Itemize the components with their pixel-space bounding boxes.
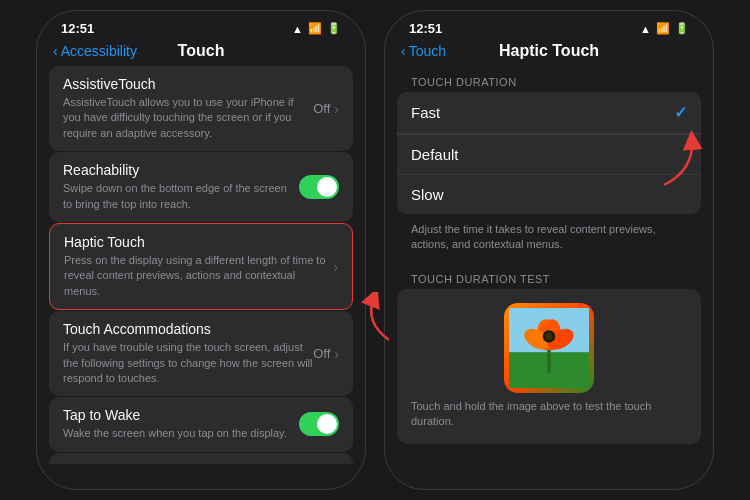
- fast-label: Fast: [411, 104, 440, 121]
- left-nav-title: Touch: [178, 42, 225, 60]
- assistive-touch-label: AssistiveTouch: [63, 76, 313, 92]
- right-phone-wrapper: 12:51 ▲ 📶 🔋 ‹ Touch Haptic Touch TOUCH D…: [384, 10, 714, 490]
- wifi-icon: 📶: [308, 22, 322, 35]
- touch-accommodations-chevron: ›: [334, 346, 339, 362]
- haptic-touch-right: ›: [333, 259, 338, 275]
- shake-to-undo-label: Shake to Undo: [63, 463, 299, 464]
- left-phone-wrapper: 12:51 ▲ 📶 🔋 ‹ Accessibility Touch Assist…: [36, 10, 366, 490]
- left-content: AssistiveTouch AssistiveTouch allows you…: [37, 66, 365, 464]
- haptic-touch-item[interactable]: Haptic Touch Press on the display using …: [49, 223, 353, 310]
- touch-duration-header: TOUCH DURATION: [397, 66, 701, 92]
- touch-accommodations-value: Off: [313, 346, 330, 361]
- left-red-arrow: [354, 292, 394, 342]
- slow-label: Slow: [411, 186, 444, 203]
- touch-accommodations-label: Touch Accommodations: [63, 321, 313, 337]
- tap-to-wake-item[interactable]: Tap to Wake Wake the screen when you tap…: [49, 397, 353, 451]
- right-back-label: Touch: [409, 43, 446, 59]
- right-time: 12:51: [409, 21, 442, 36]
- assistive-touch-inner: AssistiveTouch AssistiveTouch allows you…: [63, 76, 313, 141]
- right-chevron-left-icon: ‹: [401, 43, 406, 59]
- reachability-label: Reachability: [63, 162, 299, 178]
- right-content: TOUCH DURATION Fast ✓ Default Slow Adjus…: [385, 66, 713, 464]
- right-phone: 12:51 ▲ 📶 🔋 ‹ Touch Haptic Touch TOUCH D…: [384, 10, 714, 490]
- haptic-touch-label: Haptic Touch: [64, 234, 333, 250]
- default-label: Default: [411, 146, 459, 163]
- touch-test-container: Touch and hold the image above to test t…: [397, 289, 701, 444]
- right-signal-icon: ▲: [640, 23, 651, 35]
- left-status-icons: ▲ 📶 🔋: [292, 22, 341, 35]
- left-status-bar: 12:51 ▲ 📶 🔋: [37, 11, 365, 40]
- fast-item[interactable]: Fast ✓: [397, 92, 701, 134]
- haptic-touch-chevron: ›: [333, 259, 338, 275]
- left-back-button[interactable]: ‹ Accessibility: [53, 43, 137, 59]
- shake-to-undo-inner: Shake to Undo If you tend to shake your …: [63, 463, 299, 464]
- touch-duration-desc: Adjust the time it takes to reveal conte…: [397, 218, 701, 263]
- signal-icon: ▲: [292, 23, 303, 35]
- flower-svg: [509, 308, 589, 388]
- reachability-item[interactable]: Reachability Swipe down on the bottom ed…: [49, 152, 353, 222]
- reachability-toggle[interactable]: [299, 175, 339, 199]
- right-battery-icon: 🔋: [675, 22, 689, 35]
- assistive-touch-item[interactable]: AssistiveTouch AssistiveTouch allows you…: [49, 66, 353, 151]
- right-nav-bar: ‹ Touch Haptic Touch: [385, 40, 713, 66]
- tap-to-wake-label: Tap to Wake: [63, 407, 299, 423]
- assistive-touch-value: Off: [313, 101, 330, 116]
- shake-to-undo-item[interactable]: Shake to Undo If you tend to shake your …: [49, 453, 353, 464]
- tap-to-wake-inner: Tap to Wake Wake the screen when you tap…: [63, 407, 299, 441]
- haptic-touch-desc: Press on the display using a different l…: [64, 253, 333, 299]
- right-status-bar: 12:51 ▲ 📶 🔋: [385, 11, 713, 40]
- right-back-button[interactable]: ‹ Touch: [401, 43, 446, 59]
- right-status-icons: ▲ 📶 🔋: [640, 22, 689, 35]
- touch-accommodations-desc: If you have trouble using the touch scre…: [63, 340, 313, 386]
- svg-point-9: [545, 333, 552, 340]
- assistive-touch-right: Off ›: [313, 101, 339, 117]
- reachability-inner: Reachability Swipe down on the bottom ed…: [63, 162, 299, 212]
- tap-to-wake-toggle-knob: [317, 414, 337, 434]
- touch-accommodations-inner: Touch Accommodations If you have trouble…: [63, 321, 313, 386]
- battery-icon: 🔋: [327, 22, 341, 35]
- fast-checkmark: ✓: [674, 103, 687, 122]
- haptic-touch-inner: Haptic Touch Press on the display using …: [64, 234, 333, 299]
- right-nav-title: Haptic Touch: [499, 42, 599, 60]
- left-back-label: Accessibility: [61, 43, 137, 59]
- right-wifi-icon: 📶: [656, 22, 670, 35]
- left-time: 12:51: [61, 21, 94, 36]
- right-red-arrow: [654, 130, 704, 190]
- tap-to-wake-desc: Wake the screen when you tap on the disp…: [63, 426, 299, 441]
- test-label: Touch and hold the image above to test t…: [411, 399, 687, 430]
- assistive-touch-desc: AssistiveTouch allows you to use your iP…: [63, 95, 313, 141]
- touch-accommodations-right: Off ›: [313, 346, 339, 362]
- touch-accommodations-item[interactable]: Touch Accommodations If you have trouble…: [49, 311, 353, 396]
- test-flower-image[interactable]: [504, 303, 594, 393]
- reachability-desc: Swipe down on the bottom edge of the scr…: [63, 181, 299, 212]
- assistive-touch-chevron: ›: [334, 101, 339, 117]
- tap-to-wake-toggle[interactable]: [299, 412, 339, 436]
- chevron-left-icon: ‹: [53, 43, 58, 59]
- touch-duration-test-header: TOUCH DURATION TEST: [397, 263, 701, 289]
- left-nav-bar: ‹ Accessibility Touch: [37, 40, 365, 66]
- left-phone: 12:51 ▲ 📶 🔋 ‹ Accessibility Touch Assist…: [36, 10, 366, 490]
- reachability-toggle-knob: [317, 177, 337, 197]
